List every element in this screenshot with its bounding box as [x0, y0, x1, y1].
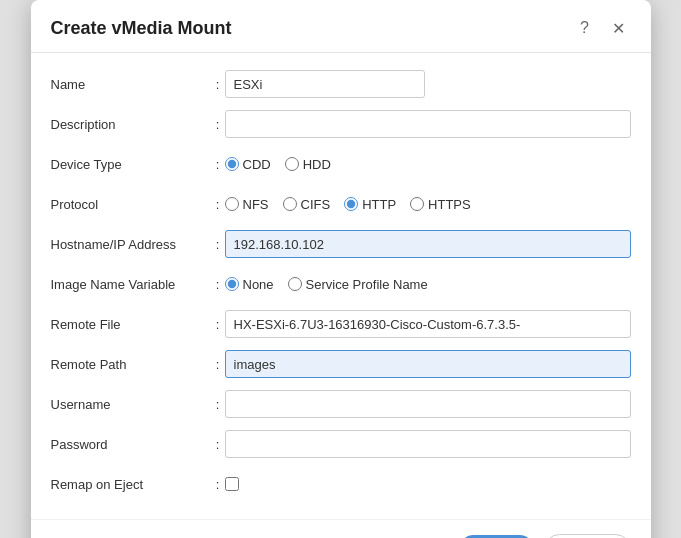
device-type-row: Device Type : CDD HDD	[51, 149, 631, 179]
device-type-field: CDD HDD	[225, 157, 631, 172]
password-field	[225, 430, 631, 458]
name-input[interactable]	[225, 70, 425, 98]
dialog-body: Name : Description : Device Type : CDD	[31, 53, 651, 519]
image-name-variable-label: Image Name Variable	[51, 277, 211, 292]
hostname-field	[225, 230, 631, 258]
password-row: Password :	[51, 429, 631, 459]
image-name-variable-radio-group: None Service Profile Name	[225, 277, 428, 292]
remap-on-eject-label: Remap on Eject	[51, 477, 211, 492]
remap-on-eject-checkbox[interactable]	[225, 477, 239, 491]
description-row: Description :	[51, 109, 631, 139]
remote-file-input[interactable]	[225, 310, 631, 338]
header-icons: ? ✕	[573, 16, 631, 40]
protocol-http[interactable]: HTTP	[344, 197, 396, 212]
remote-file-field	[225, 310, 631, 338]
dialog-footer: OK Cancel	[31, 519, 651, 538]
protocol-cifs[interactable]: CIFS	[283, 197, 331, 212]
image-name-none-label: None	[243, 277, 274, 292]
image-name-variable-field: None Service Profile Name	[225, 277, 631, 292]
name-row: Name :	[51, 69, 631, 99]
dialog-title: Create vMedia Mount	[51, 18, 232, 39]
create-vmedia-mount-dialog: Create vMedia Mount ? ✕ Name : Descripti…	[31, 0, 651, 538]
device-type-label: Device Type	[51, 157, 211, 172]
image-name-service-profile-radio[interactable]	[288, 277, 302, 291]
protocol-https-radio[interactable]	[410, 197, 424, 211]
description-input[interactable]	[225, 110, 631, 138]
protocol-cifs-radio[interactable]	[283, 197, 297, 211]
protocol-https-label: HTTPS	[428, 197, 471, 212]
device-type-cdd[interactable]: CDD	[225, 157, 271, 172]
username-row: Username :	[51, 389, 631, 419]
image-name-variable-row: Image Name Variable : None Service Profi…	[51, 269, 631, 299]
device-type-hdd[interactable]: HDD	[285, 157, 331, 172]
protocol-https[interactable]: HTTPS	[410, 197, 471, 212]
image-name-service-profile[interactable]: Service Profile Name	[288, 277, 428, 292]
name-field	[225, 70, 631, 98]
protocol-nfs[interactable]: NFS	[225, 197, 269, 212]
password-label: Password	[51, 437, 211, 452]
remote-path-input[interactable]	[225, 350, 631, 378]
device-type-hdd-label: HDD	[303, 157, 331, 172]
hostname-row: Hostname/IP Address :	[51, 229, 631, 259]
remote-path-field	[225, 350, 631, 378]
device-type-radio-group: CDD HDD	[225, 157, 331, 172]
name-label: Name	[51, 77, 211, 92]
protocol-label: Protocol	[51, 197, 211, 212]
image-name-none[interactable]: None	[225, 277, 274, 292]
protocol-field: NFS CIFS HTTP HTTPS	[225, 197, 631, 212]
remote-path-row: Remote Path :	[51, 349, 631, 379]
help-button[interactable]: ?	[573, 16, 597, 40]
remote-path-label: Remote Path	[51, 357, 211, 372]
remap-on-eject-row: Remap on Eject :	[51, 469, 631, 499]
username-field	[225, 390, 631, 418]
close-button[interactable]: ✕	[607, 16, 631, 40]
remap-on-eject-checkbox-label[interactable]	[225, 477, 239, 491]
protocol-http-radio[interactable]	[344, 197, 358, 211]
device-type-cdd-radio[interactable]	[225, 157, 239, 171]
protocol-row: Protocol : NFS CIFS HTTP	[51, 189, 631, 219]
image-name-service-profile-label: Service Profile Name	[306, 277, 428, 292]
username-label: Username	[51, 397, 211, 412]
hostname-label: Hostname/IP Address	[51, 237, 211, 252]
description-label: Description	[51, 117, 211, 132]
hostname-input[interactable]	[225, 230, 631, 258]
remap-on-eject-field	[225, 477, 631, 491]
password-input[interactable]	[225, 430, 631, 458]
protocol-nfs-radio[interactable]	[225, 197, 239, 211]
cancel-button[interactable]: Cancel	[544, 534, 630, 538]
device-type-cdd-label: CDD	[243, 157, 271, 172]
remote-file-label: Remote File	[51, 317, 211, 332]
description-field	[225, 110, 631, 138]
protocol-http-label: HTTP	[362, 197, 396, 212]
image-name-none-radio[interactable]	[225, 277, 239, 291]
dialog-header: Create vMedia Mount ? ✕	[31, 0, 651, 53]
protocol-cifs-label: CIFS	[301, 197, 331, 212]
protocol-radio-group: NFS CIFS HTTP HTTPS	[225, 197, 471, 212]
protocol-nfs-label: NFS	[243, 197, 269, 212]
device-type-hdd-radio[interactable]	[285, 157, 299, 171]
remote-file-row: Remote File :	[51, 309, 631, 339]
username-input[interactable]	[225, 390, 631, 418]
